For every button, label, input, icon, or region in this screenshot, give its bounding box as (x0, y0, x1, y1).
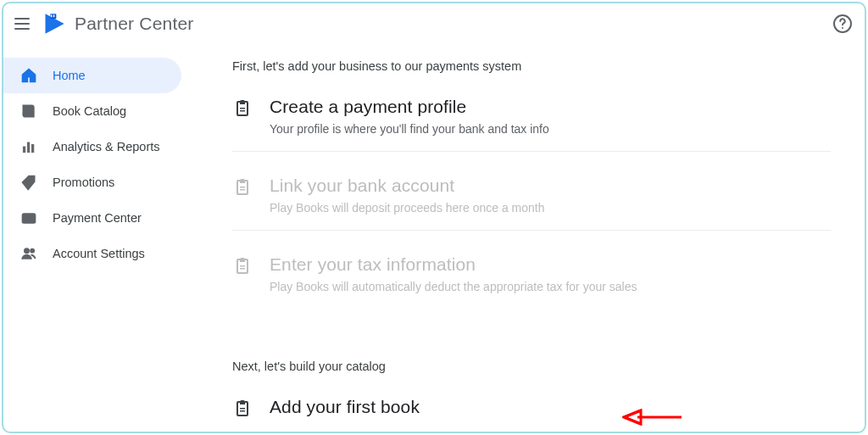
svg-point-11 (25, 248, 29, 253)
sidebar-item-label: Account Settings (53, 247, 145, 260)
credit-card-icon (20, 209, 37, 226)
svg-rect-2 (53, 15, 55, 18)
step-desc: Play Books will automatically deduct the… (270, 280, 831, 293)
analytics-icon (20, 138, 37, 155)
people-icon (20, 245, 37, 262)
app-title: Partner Center (75, 14, 194, 34)
clipboard-icon (232, 256, 253, 276)
svg-rect-7 (31, 145, 34, 153)
svg-rect-6 (27, 142, 30, 153)
sidebar-item-promotions[interactable]: Promotions (3, 165, 181, 200)
step-enter-tax-info: Enter your tax information Play Books wi… (232, 246, 831, 309)
clipboard-icon (232, 98, 253, 119)
svg-rect-9 (23, 214, 36, 223)
menu-icon[interactable] (12, 14, 32, 34)
book-icon (20, 103, 37, 120)
sidebar-item-label: Payment Center (53, 211, 142, 225)
section1-intro: First, let's add your business to our pa… (232, 59, 831, 73)
step-title: Create a payment profile (270, 97, 831, 117)
sidebar-item-analytics[interactable]: Analytics & Reports (3, 129, 181, 165)
play-books-logo-icon (42, 12, 66, 36)
sidebar-item-book-catalog[interactable]: Book Catalog (3, 93, 181, 129)
sidebar-item-label: Promotions (53, 176, 114, 189)
step-link-bank-account: Link your bank account Play Books will d… (232, 167, 831, 231)
clipboard-icon (232, 177, 253, 198)
step-title: Link your bank account (270, 176, 831, 196)
sidebar-item-label: Book Catalog (53, 104, 126, 118)
home-icon (20, 67, 37, 84)
top-bar: Partner Center (3, 3, 865, 44)
section2-intro: Next, let's build your catalog (232, 360, 831, 373)
sidebar-item-account-settings[interactable]: Account Settings (3, 236, 181, 271)
svg-point-4 (842, 27, 843, 29)
sidebar-item-home[interactable]: Home (3, 58, 181, 93)
help-icon[interactable] (832, 14, 853, 34)
sidebar-item-label: Analytics & Reports (53, 140, 160, 153)
step-add-first-book[interactable]: Add your first book (232, 388, 831, 419)
tag-icon (20, 174, 37, 191)
svg-rect-1 (51, 15, 53, 18)
sidebar-item-payment-center[interactable]: Payment Center (3, 200, 181, 236)
svg-point-8 (31, 178, 33, 180)
main-content: First, let's add your business to our pa… (198, 44, 865, 432)
svg-point-12 (31, 249, 34, 253)
svg-rect-5 (23, 147, 25, 153)
step-desc: Your profile is where you'll find your b… (270, 122, 831, 136)
step-title: Add your first book (270, 397, 831, 417)
sidebar-nav: Home Book Catalog (3, 44, 198, 432)
clipboard-icon (232, 399, 253, 419)
sidebar-item-label: Home (53, 69, 86, 82)
step-title: Enter your tax information (270, 254, 831, 275)
step-create-payment-profile[interactable]: Create a payment profile Your profile is… (232, 88, 831, 152)
step-desc: Play Books will deposit proceeds here on… (270, 201, 831, 215)
